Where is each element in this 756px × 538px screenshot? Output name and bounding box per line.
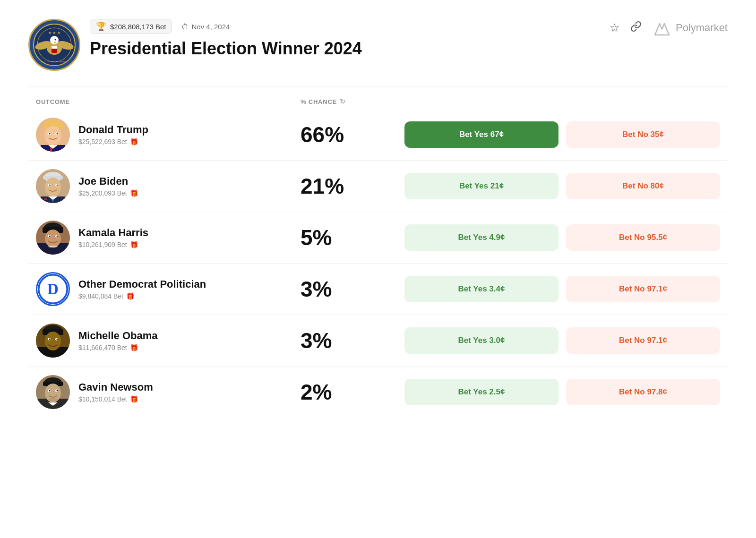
table-row: Joe Biden $25,200,093 Bet 🎁 21% Bet Yes … (28, 161, 728, 212)
outcome-text-biden: Joe Biden $25,200,093 Bet 🎁 (78, 175, 138, 197)
svg-point-7 (55, 39, 56, 41)
outcome-column-header: OUTCOME (36, 98, 301, 105)
svg-marker-12 (655, 24, 669, 35)
outcome-info-michelle: Michelle Obama $11,666,470 Bet 🎁 (36, 324, 301, 358)
svg-point-67 (49, 390, 51, 392)
chance-value: 5% (301, 225, 404, 250)
column-headers: OUTCOME % CHANCE ↻ (28, 98, 728, 105)
svg-point-59 (57, 339, 58, 340)
gift-icon: 🎁 (130, 241, 138, 248)
outcome-name: Donald Trump (78, 124, 148, 136)
actions-col: Bet Yes 3.4¢ Bet No 97.1¢ (404, 276, 720, 302)
gift-icon: 🎁 (130, 344, 138, 351)
table-row: Donald Trump $25,522,693 Bet 🎁 66% Bet Y… (28, 109, 728, 161)
outcome-bet: $10,261,909 Bet 🎁 (78, 241, 148, 248)
event-date: Nov 4, 2024 (191, 23, 230, 31)
header-right: ☆ Polymarket (608, 19, 728, 37)
avatar (36, 118, 70, 152)
bet-yes-button[interactable]: Bet Yes 3.4¢ (404, 276, 558, 302)
outcome-bet: $10,150,014 Bet 🎁 (78, 395, 153, 403)
gift-icon: 🎁 (130, 138, 138, 145)
outcome-text-trump: Donald Trump $25,522,693 Bet 🎁 (78, 124, 148, 145)
svg-point-43 (45, 230, 61, 248)
actions-col: Bet Yes 2.5¢ Bet No 97.8¢ (404, 379, 720, 405)
bet-no-button[interactable]: Bet No 97.1¢ (566, 276, 720, 302)
header-meta-top: 🏆 $208,808,173 Bet ⏱ Nov 4, 2024 (90, 19, 362, 34)
svg-point-68 (57, 390, 58, 392)
avatar (36, 221, 70, 255)
table-row: Michelle Obama $11,666,470 Bet 🎁 3% Bet … (28, 315, 728, 367)
outcome-info-trump: Donald Trump $25,522,693 Bet 🎁 (36, 118, 301, 152)
date-badge: ⏱ Nov 4, 2024 (181, 23, 230, 31)
bet-yes-button[interactable]: Bet Yes 2.5¢ (404, 379, 558, 405)
bet-no-button[interactable]: Bet No 80¢ (566, 173, 720, 199)
outcome-name: Other Democrat Politician (78, 278, 206, 290)
svg-point-32 (49, 185, 51, 186)
outcome-info-biden: Joe Biden $25,200,093 Bet 🎁 (36, 169, 301, 203)
chance-value: 2% (301, 379, 404, 405)
bet-yes-button[interactable]: Bet Yes 21¢ (404, 173, 558, 199)
polymarket-logo-icon (653, 19, 671, 37)
presidential-seal: ★ ★ ★ SEAL OF THE PRESIDENT (28, 19, 80, 71)
bookmark-button[interactable]: ☆ (608, 19, 622, 37)
header-divider (28, 86, 728, 86)
refresh-icon[interactable]: ↻ (340, 98, 346, 105)
outcome-name: Michelle Obama (78, 330, 158, 342)
bet-no-button[interactable]: Bet No 97.1¢ (566, 327, 720, 354)
page-header: ★ ★ ★ SEAL OF THE PRESIDENT 🏆 $208,808,1… (28, 19, 728, 71)
outcome-info-newsom: Gavin Newsom $10,150,014 Bet 🎁 (36, 375, 301, 409)
outcome-info-harris: Kamala Harris $10,261,909 Bet 🎁 (36, 221, 301, 255)
avatar (36, 169, 70, 203)
table-row: D Other Democrat Politician $9,840,084 B… (28, 264, 728, 315)
bet-yes-button[interactable]: Bet Yes 4.9¢ (404, 224, 558, 251)
svg-text:SEAL OF THE PRESIDENT: SEAL OF THE PRESIDENT (40, 60, 68, 63)
outcome-text-dem: Other Democrat Politician $9,840,084 Bet… (78, 278, 206, 300)
bet-yes-button[interactable]: Bet Yes 67¢ (404, 121, 558, 148)
header-meta: 🏆 $208,808,173 Bet ⏱ Nov 4, 2024 Preside… (90, 19, 362, 59)
chance-value: 3% (301, 276, 404, 302)
actions-col: Bet Yes 3.0¢ Bet No 97.1¢ (404, 327, 720, 354)
page-title: Presidential Election Winner 2024 (90, 39, 362, 59)
outcome-name: Kamala Harris (78, 227, 148, 239)
outcome-text-newsom: Gavin Newsom $10,150,014 Bet 🎁 (78, 381, 153, 403)
svg-point-16 (44, 126, 61, 145)
outcome-text-harris: Kamala Harris $10,261,909 Bet 🎁 (78, 227, 148, 248)
svg-point-55 (45, 332, 61, 350)
svg-rect-9 (52, 46, 57, 49)
chance-value: 3% (301, 328, 404, 353)
svg-point-46 (49, 236, 51, 237)
chance-value: 21% (301, 173, 404, 199)
bet-no-button[interactable]: Bet No 95.5¢ (566, 224, 720, 251)
svg-point-19 (49, 133, 51, 135)
chance-value: 66% (301, 122, 404, 147)
brand-name: Polymarket (676, 22, 728, 34)
gift-icon: 🎁 (126, 292, 134, 300)
svg-rect-38 (44, 198, 47, 200)
svg-point-58 (49, 339, 51, 340)
svg-point-69 (48, 398, 58, 401)
svg-text:★ ★ ★: ★ ★ ★ (48, 31, 60, 35)
outcome-text-michelle: Michelle Obama $11,666,470 Bet 🎁 (78, 330, 158, 351)
svg-point-29 (45, 178, 61, 196)
outcome-info-dem: D Other Democrat Politician $9,840,084 B… (36, 272, 301, 306)
clock-icon: ⏱ (181, 23, 189, 31)
actions-col: Bet Yes 4.9¢ Bet No 95.5¢ (404, 224, 720, 251)
outcome-name: Joe Biden (78, 175, 138, 188)
bet-no-button[interactable]: Bet No 35¢ (566, 121, 720, 148)
avatar (36, 324, 70, 358)
trophy-badge: 🏆 $208,808,173 Bet (90, 19, 172, 34)
avatar (36, 375, 70, 409)
share-link-button[interactable] (628, 19, 644, 37)
header-actions: ☆ (608, 19, 644, 37)
outcome-bet: $9,840,084 Bet 🎁 (78, 292, 206, 300)
outcome-bet: $11,666,470 Bet 🎁 (78, 344, 158, 351)
chance-column-header: % CHANCE ↻ (301, 98, 404, 105)
table-row: Kamala Harris $10,261,909 Bet 🎁 5% Bet Y… (28, 212, 728, 264)
bet-no-button[interactable]: Bet No 97.8¢ (566, 379, 720, 405)
svg-point-48 (48, 246, 58, 248)
svg-point-20 (57, 133, 58, 135)
actions-col: Bet Yes 67¢ Bet No 35¢ (404, 121, 720, 148)
trophy-icon: 🏆 (96, 21, 106, 32)
bet-yes-button[interactable]: Bet Yes 3.0¢ (404, 327, 558, 354)
header-left: ★ ★ ★ SEAL OF THE PRESIDENT 🏆 $208,808,1… (28, 19, 362, 71)
